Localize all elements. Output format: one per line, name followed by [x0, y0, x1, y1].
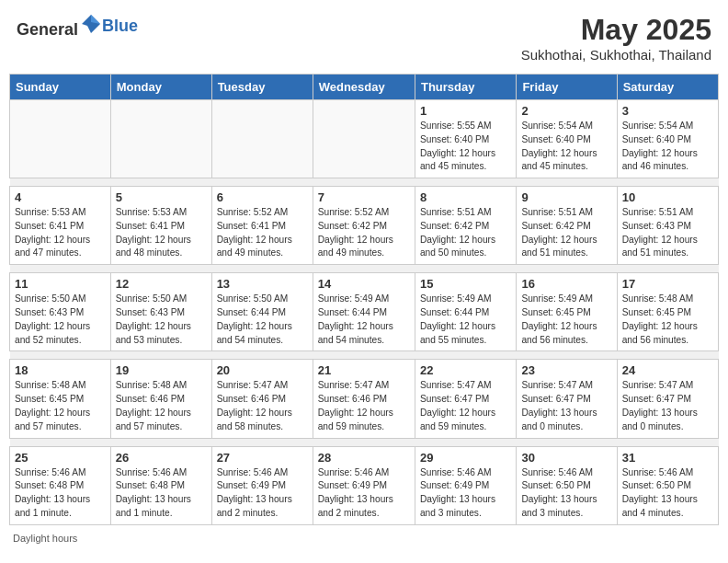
- day-number: 12: [116, 277, 207, 291]
- table-row: 20Sunrise: 5:47 AM Sunset: 6:46 PM Dayli…: [211, 360, 313, 438]
- table-row: 31Sunrise: 5:46 AM Sunset: 6:50 PM Dayli…: [617, 446, 718, 524]
- col-tuesday: Tuesday: [211, 75, 313, 100]
- table-row: 5Sunrise: 5:53 AM Sunset: 6:41 PM Daylig…: [110, 187, 211, 265]
- title-block: May 2025 Sukhothai, Sukhothai, Thailand: [521, 13, 711, 63]
- table-row: 14Sunrise: 5:49 AM Sunset: 6:44 PM Dayli…: [313, 273, 415, 351]
- table-row: 17Sunrise: 5:48 AM Sunset: 6:45 PM Dayli…: [617, 273, 718, 351]
- spacer-cell: [415, 351, 516, 360]
- spacer-cell: [10, 178, 111, 187]
- spacer-cell: [211, 351, 313, 360]
- table-row: 28Sunrise: 5:46 AM Sunset: 6:49 PM Dayli…: [313, 446, 415, 524]
- day-info: Sunrise: 5:46 AM Sunset: 6:48 PM Dayligh…: [116, 466, 207, 521]
- table-row: 11Sunrise: 5:50 AM Sunset: 6:43 PM Dayli…: [10, 273, 111, 351]
- table-row: 12Sunrise: 5:50 AM Sunset: 6:43 PM Dayli…: [110, 273, 211, 351]
- table-row: 16Sunrise: 5:49 AM Sunset: 6:45 PM Dayli…: [517, 273, 617, 351]
- day-number: 14: [318, 277, 410, 291]
- day-info: Sunrise: 5:50 AM Sunset: 6:43 PM Dayligh…: [15, 293, 106, 347]
- day-number: 15: [420, 277, 511, 291]
- day-number: 11: [15, 277, 106, 291]
- spacer-cell: [211, 438, 313, 446]
- spacer-cell: [415, 265, 516, 273]
- day-number: 23: [521, 363, 611, 377]
- main-title: May 2025: [521, 13, 711, 47]
- spacer-cell: [517, 438, 617, 446]
- day-number: 20: [217, 363, 308, 377]
- day-info: Sunrise: 5:46 AM Sunset: 6:48 PM Dayligh…: [15, 466, 106, 521]
- table-row: 2Sunrise: 5:54 AM Sunset: 6:40 PM Daylig…: [517, 100, 617, 178]
- spacer-cell: [211, 178, 313, 187]
- spacer-cell: [617, 265, 718, 273]
- spacer-cell: [415, 178, 516, 187]
- table-row: 18Sunrise: 5:48 AM Sunset: 6:45 PM Dayli…: [10, 360, 111, 438]
- spacer-cell: [110, 178, 211, 187]
- spacer-cell: [617, 351, 718, 360]
- logo-blue: Blue: [102, 17, 138, 36]
- day-number: 5: [116, 190, 207, 204]
- spacer-cell: [110, 438, 211, 446]
- spacer-cell: [517, 178, 617, 187]
- calendar-week-2: 4Sunrise: 5:53 AM Sunset: 6:41 PM Daylig…: [10, 187, 719, 265]
- day-info: Sunrise: 5:52 AM Sunset: 6:41 PM Dayligh…: [217, 206, 308, 260]
- day-number: 8: [420, 190, 511, 204]
- day-number: 6: [217, 190, 308, 204]
- spacer-cell: [617, 178, 718, 187]
- calendar-week-3: 11Sunrise: 5:50 AM Sunset: 6:43 PM Dayli…: [10, 273, 719, 351]
- day-info: Sunrise: 5:48 AM Sunset: 6:45 PM Dayligh…: [622, 293, 713, 347]
- table-row: [10, 100, 111, 178]
- day-number: 7: [318, 190, 410, 204]
- day-info: Sunrise: 5:51 AM Sunset: 6:42 PM Dayligh…: [420, 206, 511, 260]
- day-info: Sunrise: 5:50 AM Sunset: 6:44 PM Dayligh…: [217, 293, 308, 347]
- day-info: Sunrise: 5:54 AM Sunset: 6:40 PM Dayligh…: [622, 120, 713, 174]
- table-row: 30Sunrise: 5:46 AM Sunset: 6:50 PM Dayli…: [517, 446, 617, 524]
- table-row: 21Sunrise: 5:47 AM Sunset: 6:46 PM Dayli…: [313, 360, 415, 438]
- day-info: Sunrise: 5:51 AM Sunset: 6:42 PM Dayligh…: [521, 206, 611, 260]
- day-number: 4: [15, 190, 106, 204]
- day-info: Sunrise: 5:54 AM Sunset: 6:40 PM Dayligh…: [521, 120, 611, 174]
- table-row: 8Sunrise: 5:51 AM Sunset: 6:42 PM Daylig…: [415, 187, 516, 265]
- day-number: 19: [116, 363, 207, 377]
- day-info: Sunrise: 5:46 AM Sunset: 6:49 PM Dayligh…: [420, 466, 511, 521]
- table-row: 22Sunrise: 5:47 AM Sunset: 6:47 PM Dayli…: [415, 360, 516, 438]
- day-number: 16: [521, 277, 611, 291]
- spacer-cell: [10, 351, 111, 360]
- day-number: 21: [318, 363, 410, 377]
- table-row: 6Sunrise: 5:52 AM Sunset: 6:41 PM Daylig…: [211, 187, 313, 265]
- calendar-table: Sunday Monday Tuesday Wednesday Thursday…: [9, 74, 719, 525]
- day-number: 26: [116, 451, 207, 465]
- spacer-cell: [517, 265, 617, 273]
- day-info: Sunrise: 5:47 AM Sunset: 6:47 PM Dayligh…: [622, 379, 713, 433]
- table-row: [211, 100, 313, 178]
- day-info: Sunrise: 5:47 AM Sunset: 6:46 PM Dayligh…: [217, 379, 308, 433]
- logo: General Blue: [17, 13, 138, 40]
- table-row: 23Sunrise: 5:47 AM Sunset: 6:47 PM Dayli…: [517, 360, 617, 438]
- table-row: 7Sunrise: 5:52 AM Sunset: 6:42 PM Daylig…: [313, 187, 415, 265]
- table-row: [313, 100, 415, 178]
- spacer-cell: [617, 438, 718, 446]
- table-row: 13Sunrise: 5:50 AM Sunset: 6:44 PM Dayli…: [211, 273, 313, 351]
- day-info: Sunrise: 5:46 AM Sunset: 6:50 PM Dayligh…: [521, 466, 611, 521]
- col-sunday: Sunday: [10, 75, 111, 100]
- table-row: 15Sunrise: 5:49 AM Sunset: 6:44 PM Dayli…: [415, 273, 516, 351]
- spacer-cell: [10, 438, 111, 446]
- day-number: 25: [15, 451, 106, 465]
- day-number: 27: [217, 451, 308, 465]
- spacer-cell: [517, 351, 617, 360]
- spacer-cell: [313, 178, 415, 187]
- day-info: Sunrise: 5:46 AM Sunset: 6:49 PM Dayligh…: [318, 466, 410, 521]
- day-info: Sunrise: 5:49 AM Sunset: 6:45 PM Dayligh…: [521, 293, 611, 347]
- day-number: 29: [420, 451, 511, 465]
- day-number: 24: [622, 363, 713, 377]
- day-info: Sunrise: 5:47 AM Sunset: 6:47 PM Dayligh…: [521, 379, 611, 433]
- day-info: Sunrise: 5:51 AM Sunset: 6:43 PM Dayligh…: [622, 206, 713, 260]
- day-info: Sunrise: 5:55 AM Sunset: 6:40 PM Dayligh…: [420, 120, 511, 174]
- day-info: Sunrise: 5:46 AM Sunset: 6:50 PM Dayligh…: [622, 466, 713, 521]
- calendar-week-4: 18Sunrise: 5:48 AM Sunset: 6:45 PM Dayli…: [10, 360, 719, 438]
- day-number: 30: [521, 451, 611, 465]
- spacer-cell: [415, 438, 516, 446]
- day-number: 10: [622, 190, 713, 204]
- col-friday: Friday: [517, 75, 617, 100]
- day-number: 28: [318, 451, 410, 465]
- footer-daylight: Daylight hours: [9, 533, 719, 544]
- spacer-cell: [110, 351, 211, 360]
- day-number: 17: [622, 277, 713, 291]
